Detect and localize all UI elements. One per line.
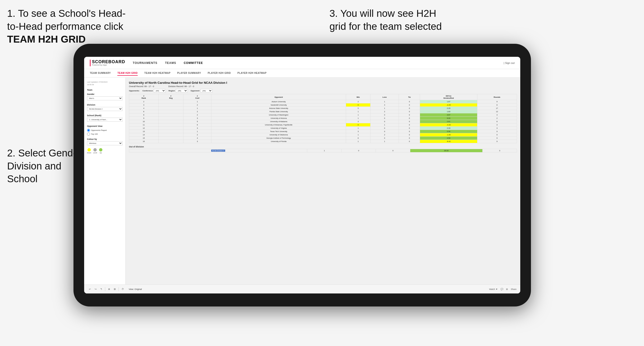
col-opponent: Opponent: [212, 94, 346, 100]
col-win: Win: [346, 94, 370, 100]
nav-item-teams[interactable]: TEAMS: [165, 60, 176, 66]
grid-button[interactable]: ⊞: [506, 288, 508, 290]
redo-button[interactable]: ↪: [94, 287, 98, 291]
division-record: Division Record: 88 - 17 - 0: [168, 85, 194, 88]
annotation-1: 1. To see a School's Head- to-Head perfo…: [7, 7, 126, 46]
toolbar-divider-1: [105, 287, 105, 291]
opponent-view-radio-group: Opponents Played Top 100: [87, 129, 122, 136]
annotation-3: 3. You will now see H2H grid for the tea…: [330, 7, 442, 33]
swatch-up-circle: [99, 148, 102, 152]
sub-nav-team-h2h-heatmap[interactable]: TEAM H2H HEATMAP: [144, 71, 171, 76]
school-label: School (Rank): [87, 114, 122, 117]
nav-items: TOURNAMENTS TEAMS COMMITTEE: [133, 60, 504, 66]
table-row: 13 1 Texas Tech University 3 0 0 5.56 9: [129, 130, 517, 133]
table-row: 4 1 Arizona State University 5 1 0 2.29 …: [129, 107, 517, 110]
swatch-up: Up: [99, 148, 102, 154]
sign-out-button[interactable]: | Sign out: [504, 61, 514, 64]
table-row: 9 3 University of Arizona 1 0 0 9.00 2: [129, 117, 517, 120]
sub-nav: TEAM SUMMARY TEAM H2H GRID TEAM H2H HEAT…: [84, 69, 520, 78]
table-row: 15 4 Georgia Institute of Technology 6 0…: [129, 137, 517, 140]
sub-nav-player-h2h-heatmap[interactable]: PLAYER H2H HEATMAP: [238, 71, 267, 76]
grid-header: University of North Carolina Head-to-Hea…: [129, 81, 517, 88]
table-row: 11 6 University of Arkansas, Fayettevill…: [129, 123, 517, 127]
colour-swatches: Down Level Up: [87, 148, 122, 154]
overall-record: Overall Record: 89 - 17 - 0: [129, 85, 154, 88]
top-nav: SCOREBOARD Powered by clippi TOURNAMENTS…: [84, 57, 520, 69]
filters-row: Opponents: Conference (All) Region (All): [129, 89, 517, 93]
clock-button[interactable]: ⏱: [121, 287, 125, 291]
toolbar-right: Watch ▼ 💬 ⊞ Share: [489, 288, 516, 290]
table-row: 8 2 University of Washington 1 0 0 3.67 …: [129, 113, 517, 117]
gender-label: Gender: [87, 93, 122, 95]
col-tie: Tie: [399, 94, 420, 100]
col-conf: #Conf: [183, 94, 211, 100]
sub-nav-team-h2h-grid[interactable]: TEAM H2H GRID: [117, 71, 138, 76]
out-div-rounds: 3: [482, 149, 517, 153]
sub-nav-player-summary[interactable]: PLAYER SUMMARY: [177, 71, 201, 76]
right-content: University of North Carolina Head-to-Hea…: [126, 78, 520, 285]
gender-select[interactable]: Men's: [87, 96, 122, 100]
colour-by-label: Colour by: [87, 138, 122, 140]
logo-text: SCOREBOARD: [92, 60, 125, 64]
col-diff: Diff AvStrokes/Rnd: [420, 94, 477, 100]
table-row: 10 5 University of Alabama 3 0 0 2.61 8: [129, 120, 517, 123]
comment-button[interactable]: 💬: [500, 288, 503, 290]
conference-filter-select[interactable]: (All): [154, 89, 166, 93]
watch-button[interactable]: Watch ▼: [489, 288, 498, 290]
table-row: 16 3 University of Florida 1 1 0 -6.42 9: [129, 140, 517, 143]
region-filter-select[interactable]: (All): [176, 89, 188, 93]
table-row: 2 1 Auburn University 2 1 0 1.67 9: [129, 100, 517, 103]
sub-nav-player-h2h-grid[interactable]: PLAYER H2H GRID: [208, 71, 231, 76]
back-button[interactable]: ↰: [99, 287, 103, 291]
out-div-win: 1: [307, 149, 342, 153]
col-reg: #Reg: [158, 94, 183, 100]
out-div-loss: 0: [342, 149, 376, 153]
toolbar-divider-2: [118, 287, 119, 291]
swatch-level: Level: [93, 148, 97, 154]
filter-region: Region (All): [168, 89, 188, 93]
nav-item-committee[interactable]: COMMITTEE: [184, 60, 203, 66]
share-button[interactable]: Share: [511, 288, 516, 290]
grid-records: Overall Record: 89 - 17 - 0 Division Rec…: [129, 85, 517, 88]
colour-section: Colour by Win/loss Down Level: [87, 138, 122, 154]
table-row: 6 2 Florida State University 1 2 0 1.83 …: [129, 110, 517, 113]
division-select[interactable]: NCAA Division I: [87, 107, 122, 111]
logo-sub: Powered by clippi: [92, 64, 125, 66]
view-label: View: Original: [129, 288, 142, 290]
out-of-division-header: Out of division: [129, 146, 517, 148]
logo: SCOREBOARD Powered by clippi: [90, 60, 125, 66]
col-rank: #Rank: [129, 94, 158, 100]
sub-nav-team-summary[interactable]: TEAM SUMMARY: [90, 71, 111, 76]
out-div-label: NCAA Division II: [129, 149, 307, 153]
copy-button[interactable]: ⊕: [107, 287, 111, 291]
grid-title: University of North Carolina Head-to-Hea…: [129, 81, 517, 84]
left-panel: Last Updated: 27/03/2024 16:55:38 Team G…: [84, 78, 126, 285]
undo-button[interactable]: ↩: [88, 287, 92, 291]
filter-conference: Conference (All): [142, 89, 166, 93]
radio-top-100[interactable]: Top 100: [87, 133, 122, 136]
swatch-level-circle: [94, 148, 97, 152]
crop-button[interactable]: ⊞: [113, 287, 116, 291]
out-of-division-table: NCAA Division II 1 0 0 26.00 3: [129, 149, 517, 153]
swatch-down-circle: [88, 148, 91, 152]
tablet-screen: SCOREBOARD Powered by clippi TOURNAMENTS…: [84, 57, 520, 294]
filter-opponents: Opponents:: [129, 90, 140, 92]
bottom-toolbar: ↩ ↪ ↰ ⊕ ⊞ ⏱ View: Original Watch ▼ 💬 ⊞ S…: [84, 285, 520, 294]
radio-opponents-played[interactable]: Opponents Played: [87, 129, 122, 132]
tablet-frame: SCOREBOARD Powered by clippi TOURNAMENTS…: [74, 44, 531, 307]
opponent-filter-select[interactable]: (All): [200, 89, 212, 93]
last-updated: Last Updated: 27/03/2024 16:55:38: [87, 81, 122, 86]
team-label: Team: [87, 89, 122, 91]
out-of-division-row: NCAA Division II 1 0 0 26.00 3: [129, 149, 517, 153]
col-loss: Loss: [370, 94, 399, 100]
nav-item-tournaments[interactable]: TOURNAMENTS: [133, 60, 158, 66]
out-div-tie: 0: [376, 149, 410, 153]
school-select[interactable]: 1. University of Nort...: [87, 118, 122, 122]
table-row: 14 2 University of Oklahoma 1 2 0 -1.00 …: [129, 133, 517, 137]
logo-red-bar: [90, 60, 90, 66]
filter-opponent: Opponent (All): [190, 89, 212, 93]
table-row: 12 3 University of Virginia 1 0 0 2.33 3: [129, 127, 517, 130]
main-content: Last Updated: 27/03/2024 16:55:38 Team G…: [84, 78, 520, 285]
data-table: #Rank #Reg #Conf Opponent Win Loss Tie D…: [129, 94, 517, 143]
colour-by-select[interactable]: Win/loss: [87, 141, 122, 145]
